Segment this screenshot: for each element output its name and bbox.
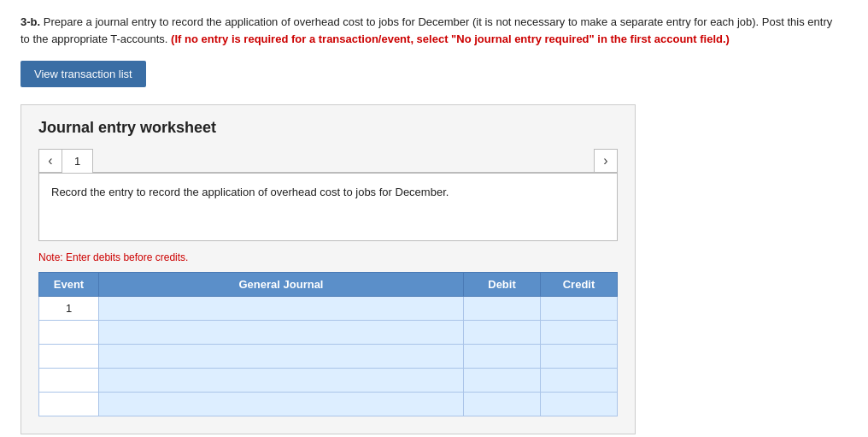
col-header-credit: Credit — [541, 273, 618, 297]
table-row-gj-1[interactable] — [99, 321, 464, 345]
worksheet-title: Journal entry worksheet — [38, 119, 618, 137]
problem-warning: (If no entry is required for a transacti… — [171, 32, 730, 45]
problem-statement: 3-b. Prepare a journal entry to record t… — [21, 14, 841, 47]
table-row-gj-3[interactable] — [99, 369, 464, 393]
table-row-gj-0[interactable] — [99, 297, 464, 321]
table-row-credit-3[interactable] — [541, 369, 618, 393]
journal-table: Event General Journal Debit Credit 1 — [38, 272, 618, 416]
table-row-credit-2[interactable] — [541, 345, 618, 369]
table-row-debit-1[interactable] — [464, 321, 541, 345]
tab-line — [93, 172, 594, 173]
prev-arrow-button[interactable]: ‹ — [38, 149, 62, 173]
table-row-credit-0[interactable] — [541, 297, 618, 321]
problem-label: 3-b. — [21, 15, 40, 28]
table-row-gj-2[interactable] — [99, 345, 464, 369]
table-row-event-2 — [39, 345, 99, 369]
col-header-event: Event — [39, 273, 99, 297]
table-row-event-1 — [39, 321, 99, 345]
table-row-debit-0[interactable] — [464, 297, 541, 321]
journal-entry-worksheet: Journal entry worksheet ‹ 1 › Record the… — [21, 104, 636, 434]
table-row-credit-4[interactable] — [541, 393, 618, 416]
table-row-debit-2[interactable] — [464, 345, 541, 369]
table-row-credit-1[interactable] — [541, 321, 618, 345]
next-arrow-button[interactable]: › — [594, 149, 618, 173]
table-row-event-0: 1 — [39, 297, 99, 321]
table-row-debit-4[interactable] — [464, 393, 541, 416]
view-transaction-button[interactable]: View transaction list — [21, 61, 146, 87]
col-header-gj: General Journal — [99, 273, 464, 297]
table-row-event-4 — [39, 393, 99, 416]
table-row-event-3 — [39, 369, 99, 393]
entry-note: Note: Enter debits before credits. — [38, 251, 618, 263]
tab-1[interactable]: 1 — [62, 149, 93, 173]
nav-row: ‹ 1 › — [38, 149, 618, 173]
table-row-gj-4[interactable] — [99, 393, 464, 416]
col-header-debit: Debit — [464, 273, 541, 297]
entry-description: Record the entry to record the applicati… — [38, 173, 618, 241]
table-row-debit-3[interactable] — [464, 369, 541, 393]
